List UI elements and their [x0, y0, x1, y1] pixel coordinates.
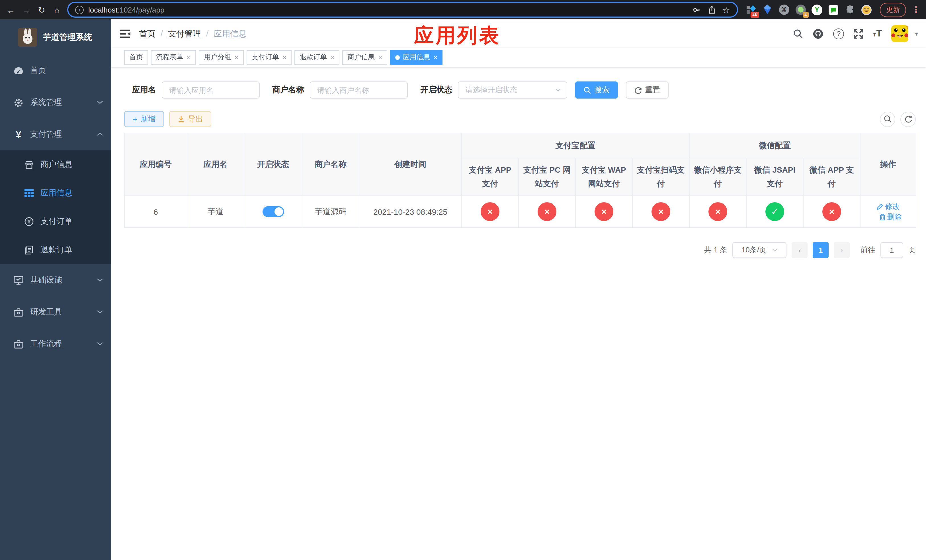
tag[interactable]: 应用信息×	[390, 50, 442, 65]
url-text[interactable]: localhost:1024/pay/app	[88, 5, 688, 14]
extension-chat-icon[interactable]	[828, 4, 839, 15]
breadcrumb-payment[interactable]: 支付管理	[168, 28, 201, 39]
browser-menu-icon[interactable]: ⋮	[912, 5, 920, 15]
add-button[interactable]: + 新增	[124, 111, 164, 127]
col-status: 开启状态	[244, 133, 302, 196]
tag[interactable]: 流程表单×	[151, 50, 196, 65]
cell-alipay-wap: ×	[575, 196, 632, 228]
sidebar-item-app-info[interactable]: 应用信息	[0, 179, 111, 207]
tag[interactable]: 支付订单×	[247, 50, 292, 65]
sidebar-submenu-payment: 商户信息 应用信息 支付订单	[0, 150, 111, 264]
delete-link[interactable]: 删除	[879, 212, 902, 222]
extension-y-icon[interactable]: Y	[811, 4, 822, 15]
sidebar-logo-row[interactable]: 芋道管理系统	[0, 20, 111, 51]
group-wechat-config: 微信配置	[689, 133, 860, 158]
channel-status-icon[interactable]: ×	[652, 202, 670, 221]
page-unit: 页	[908, 245, 916, 255]
extension-gem-icon[interactable]	[762, 4, 773, 15]
breadcrumb-home[interactable]: 首页	[139, 28, 156, 39]
address-bar[interactable]: i localhost:1024/pay/app ☆	[67, 2, 738, 18]
extensions-puzzle-icon[interactable]	[844, 4, 855, 15]
search-button[interactable]: 搜索	[575, 82, 618, 98]
page-content: 应用名 商户名称 开启状态 请选择开启状态 搜索 重置	[111, 67, 926, 560]
tag-label: 商户信息	[347, 52, 375, 62]
bookmark-star-icon[interactable]: ☆	[722, 5, 730, 14]
cell-wechat-mini: ×	[689, 196, 746, 228]
merchant-name-input[interactable]	[310, 82, 408, 98]
tag-label: 支付订单	[252, 52, 279, 62]
channel-status-icon[interactable]: ×	[538, 202, 557, 221]
tag-close-icon[interactable]: ×	[187, 53, 191, 61]
tag-close-icon[interactable]: ×	[283, 53, 286, 61]
tag[interactable]: 商户信息×	[342, 50, 387, 65]
user-avatar[interactable]	[891, 25, 909, 42]
tag-close-icon[interactable]: ×	[235, 53, 239, 61]
channel-status-icon[interactable]: ×	[708, 202, 727, 221]
col-wechat-app: 微信 APP 支付	[803, 158, 860, 196]
browser-back-icon[interactable]: ←	[6, 5, 16, 14]
edit-link[interactable]: 修改	[876, 201, 900, 212]
tag[interactable]: 退款订单×	[294, 50, 339, 65]
merchant-name-label: 商户名称	[272, 85, 304, 95]
page-size-select[interactable]: 10条/页	[732, 242, 787, 258]
sidebar-item-refund-order[interactable]: 退款订单	[0, 236, 111, 264]
sidebar-item-workflow[interactable]: 工作流程	[0, 328, 111, 360]
app-name-label: 应用名	[132, 85, 156, 95]
extension-command-icon[interactable]: ⌘	[779, 4, 789, 15]
current-page[interactable]: 1	[813, 242, 829, 258]
sidebar-item-system[interactable]: 系统管理	[0, 86, 111, 118]
prev-page-button[interactable]: ‹	[791, 242, 808, 258]
status-label: 开启状态	[420, 85, 452, 95]
tag-close-icon[interactable]: ×	[330, 53, 334, 61]
next-page-button[interactable]: ›	[834, 242, 850, 258]
breadcrumb: 首页 / 支付管理 / 应用信息	[139, 28, 247, 39]
browser-reload-icon[interactable]: ↻	[36, 5, 47, 14]
export-button[interactable]: 导出	[169, 111, 211, 127]
font-size-icon[interactable]: тT	[873, 29, 882, 39]
channel-status-icon[interactable]: ×	[481, 202, 499, 221]
profile-emoji-icon[interactable]	[861, 4, 872, 15]
tag[interactable]: 用户分组×	[199, 50, 244, 65]
browser-home-icon[interactable]: ⌂	[52, 5, 62, 14]
sidebar-item-home[interactable]: 首页	[0, 55, 111, 86]
tag-close-icon[interactable]: ×	[433, 53, 437, 61]
sidebar-item-payment[interactable]: ¥ 支付管理	[0, 118, 111, 150]
search-icon[interactable]	[794, 29, 803, 38]
extension-blocks-icon[interactable]: 10	[746, 4, 756, 15]
browser-update-button[interactable]: 更新	[880, 3, 906, 17]
storefront-icon	[24, 160, 33, 169]
fullscreen-icon[interactable]	[854, 29, 864, 38]
breadcrumb-current: 应用信息	[213, 28, 247, 39]
github-icon[interactable]	[813, 28, 824, 39]
goto-page-input[interactable]	[881, 242, 903, 258]
avatar-caret-icon[interactable]: ▾	[915, 30, 918, 37]
extension-record-icon[interactable]: 1	[795, 4, 806, 15]
browser-forward-icon[interactable]: →	[21, 5, 31, 14]
sidebar-item-infrastructure[interactable]: 基础设施	[0, 264, 111, 296]
col-operations: 操作	[860, 133, 916, 196]
status-toggle[interactable]	[262, 206, 284, 217]
sidebar-item-merchant-info[interactable]: 商户信息	[0, 150, 111, 179]
site-info-icon[interactable]: i	[75, 5, 84, 14]
cell-operations: 修改 删除	[860, 196, 916, 228]
refresh-table-button[interactable]	[900, 111, 916, 127]
password-key-icon[interactable]	[692, 5, 701, 14]
toggle-search-button[interactable]	[880, 111, 895, 127]
goto-label: 前往	[861, 245, 875, 255]
help-icon[interactable]: ?	[834, 28, 844, 39]
status-select[interactable]: 请选择开启状态	[458, 82, 567, 98]
collapse-sidebar-icon[interactable]	[120, 29, 131, 38]
sidebar-item-pay-order[interactable]: 支付订单	[0, 207, 111, 236]
share-icon[interactable]	[708, 5, 716, 14]
sidebar-item-dev-tools[interactable]: 研发工具	[0, 296, 111, 328]
channel-status-icon[interactable]: ✓	[766, 202, 784, 221]
app-name-input[interactable]	[162, 82, 260, 98]
pencil-icon	[876, 203, 883, 210]
tag-close-icon[interactable]: ×	[378, 53, 382, 61]
cell-wechat-jsapi: ✓	[746, 196, 803, 228]
reset-button[interactable]: 重置	[626, 82, 669, 98]
grid-table-icon	[24, 189, 33, 197]
channel-status-icon[interactable]: ×	[595, 202, 613, 221]
tag[interactable]: 首页	[124, 50, 148, 65]
channel-status-icon[interactable]: ×	[822, 202, 841, 221]
